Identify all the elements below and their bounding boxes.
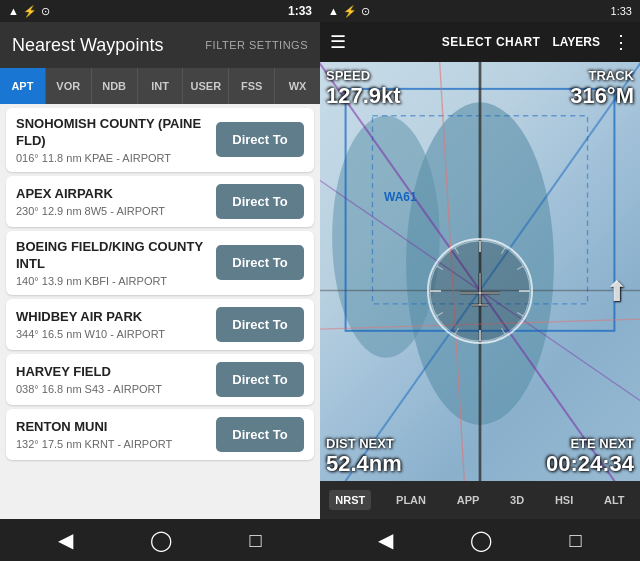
tab-wx[interactable]: WX <box>275 68 320 104</box>
map-label-wa61: WA61 <box>384 190 417 204</box>
waypoint-info-1: APEX AIRPARK 230° 12.9 nm 8W5 - AIRPORT <box>16 186 216 217</box>
waypoint-info-5: RENTON MUNI 132° 17.5 nm KRNT - AIRPORT <box>16 419 216 450</box>
track-label: TRACK <box>570 68 634 83</box>
waypoint-details-3: 344° 16.5 nm W10 - AIRPORT <box>16 328 216 340</box>
waypoints-list: SNOHOMISH COUNTY (PAINE FLD) 016° 11.8 n… <box>0 104 320 519</box>
app-icon-right: ⊙ <box>361 5 370 18</box>
hud-track: TRACK 316°M <box>570 68 634 109</box>
status-bar-left: ▲ ⚡ ⊙ 1:33 <box>0 0 320 22</box>
app-icon: ⊙ <box>41 5 50 18</box>
status-bar-right: ▲ ⚡ ⊙ 1:33 <box>320 0 640 22</box>
layers-button[interactable]: LAYERS <box>552 35 600 49</box>
waypoint-info-4: HARVEY FIELD 038° 16.8 nm S43 - AIRPORT <box>16 364 216 395</box>
direct-to-button-2[interactable]: Direct To <box>216 245 304 280</box>
speed-value: 127.9kt <box>326 83 401 109</box>
hamburger-icon[interactable]: ☰ <box>330 31 346 53</box>
svg-point-1 <box>332 116 440 358</box>
time-left: 1:33 <box>288 4 312 18</box>
waypoint-details-1: 230° 12.9 nm 8W5 - AIRPORT <box>16 205 216 217</box>
waypoint-item-2: BOEING FIELD/KING COUNTY INTL 140° 13.9 … <box>6 231 314 295</box>
signal-icon-right: ⚡ <box>343 5 357 18</box>
map-toolbar: NRST PLAN APP 3D HSI ALT <box>320 481 640 519</box>
waypoint-details-0: 016° 11.8 nm KPAE - AIRPORT <box>16 152 216 164</box>
waypoint-item-0: SNOHOMISH COUNTY (PAINE FLD) 016° 11.8 n… <box>6 108 314 172</box>
home-icon[interactable]: ◯ <box>150 528 172 552</box>
status-icons-left: ▲ ⚡ ⊙ <box>8 5 50 18</box>
ete-value: 00:24:34 <box>546 451 634 477</box>
waypoint-item-1: APEX AIRPARK 230° 12.9 nm 8W5 - AIRPORT … <box>6 176 314 227</box>
wifi-icon-right: ▲ <box>328 5 339 17</box>
tabs-row: APT VOR NDB INT USER FSS WX <box>0 68 320 104</box>
back-icon-right[interactable]: ◀ <box>378 528 393 552</box>
tab-ndb[interactable]: NDB <box>92 68 138 104</box>
tab-fss[interactable]: FSS <box>229 68 275 104</box>
recents-icon-right[interactable]: □ <box>569 529 581 552</box>
waypoint-name-4: HARVEY FIELD <box>16 364 216 381</box>
direct-to-button-1[interactable]: Direct To <box>216 184 304 219</box>
waypoint-details-4: 038° 16.8 nm S43 - AIRPORT <box>16 383 216 395</box>
map-container[interactable]: SPEED 127.9kt TRACK 316°M WA61 <box>320 62 640 519</box>
wifi-icon: ▲ <box>8 5 19 17</box>
waypoint-info-2: BOEING FIELD/KING COUNTY INTL 140° 13.9 … <box>16 239 216 287</box>
bottom-nav-right: ◀ ◯ □ <box>320 519 640 561</box>
compass-rose <box>425 236 535 346</box>
time-right: 1:33 <box>611 5 632 17</box>
select-chart-button[interactable]: SELECT CHART <box>442 35 541 49</box>
waypoint-name-5: RENTON MUNI <box>16 419 216 436</box>
map-header: ☰ SELECT CHART LAYERS ⋮ <box>320 22 640 62</box>
page-title: Nearest Waypoints <box>12 35 163 56</box>
back-icon[interactable]: ◀ <box>58 528 73 552</box>
north-arrow-icon: ⬆ <box>605 274 628 307</box>
hud-ete: ETE NEXT 00:24:34 <box>546 436 634 477</box>
waypoint-details-5: 132° 17.5 nm KRNT - AIRPORT <box>16 438 216 450</box>
waypoint-item-4: HARVEY FIELD 038° 16.8 nm S43 - AIRPORT … <box>6 354 314 405</box>
home-icon-right[interactable]: ◯ <box>470 528 492 552</box>
header-left: Nearest Waypoints FILTER SETTINGS <box>0 22 320 68</box>
toolbar-app[interactable]: APP <box>451 490 486 510</box>
tab-vor[interactable]: VOR <box>46 68 92 104</box>
waypoint-name-3: WHIDBEY AIR PARK <box>16 309 216 326</box>
map-header-controls: SELECT CHART LAYERS ⋮ <box>442 31 630 53</box>
toolbar-3d[interactable]: 3D <box>504 490 530 510</box>
direct-to-button-0[interactable]: Direct To <box>216 122 304 157</box>
waypoint-details-2: 140° 13.9 nm KBFI - AIRPORT <box>16 275 216 287</box>
waypoint-name-2: BOEING FIELD/KING COUNTY INTL <box>16 239 216 273</box>
waypoint-item-5: RENTON MUNI 132° 17.5 nm KRNT - AIRPORT … <box>6 409 314 460</box>
hud-dist: DIST NEXT 52.4nm <box>326 436 402 477</box>
toolbar-nrst[interactable]: NRST <box>329 490 371 510</box>
waypoint-name-1: APEX AIRPARK <box>16 186 216 203</box>
waypoint-item-3: WHIDBEY AIR PARK 344° 16.5 nm W10 - AIRP… <box>6 299 314 350</box>
left-panel: ▲ ⚡ ⊙ 1:33 Nearest Waypoints FILTER SETT… <box>0 0 320 561</box>
signal-icon: ⚡ <box>23 5 37 18</box>
toolbar-plan[interactable]: PLAN <box>390 490 432 510</box>
direct-to-button-3[interactable]: Direct To <box>216 307 304 342</box>
status-icons-right: ▲ ⚡ ⊙ <box>328 5 370 18</box>
tab-int[interactable]: INT <box>138 68 184 104</box>
right-panel: ▲ ⚡ ⊙ 1:33 ☰ SELECT CHART LAYERS ⋮ <box>320 0 640 561</box>
toolbar-hsi[interactable]: HSI <box>549 490 579 510</box>
track-value: 316°M <box>570 83 634 109</box>
toolbar-alt[interactable]: ALT <box>598 490 631 510</box>
recents-icon[interactable]: □ <box>249 529 261 552</box>
waypoint-name-0: SNOHOMISH COUNTY (PAINE FLD) <box>16 116 216 150</box>
waypoint-info-0: SNOHOMISH COUNTY (PAINE FLD) 016° 11.8 n… <box>16 116 216 164</box>
hud-speed: SPEED 127.9kt <box>326 68 401 109</box>
direct-to-button-5[interactable]: Direct To <box>216 417 304 452</box>
waypoint-info-3: WHIDBEY AIR PARK 344° 16.5 nm W10 - AIRP… <box>16 309 216 340</box>
direct-to-button-4[interactable]: Direct To <box>216 362 304 397</box>
filter-settings-label[interactable]: FILTER SETTINGS <box>205 39 308 51</box>
dist-label: DIST NEXT <box>326 436 402 451</box>
ete-label: ETE NEXT <box>546 436 634 451</box>
tab-apt[interactable]: APT <box>0 68 46 104</box>
speed-label: SPEED <box>326 68 401 83</box>
more-icon[interactable]: ⋮ <box>612 31 630 53</box>
tab-user[interactable]: USER <box>183 68 229 104</box>
dist-value: 52.4nm <box>326 451 402 477</box>
bottom-nav-left: ◀ ◯ □ <box>0 519 320 561</box>
